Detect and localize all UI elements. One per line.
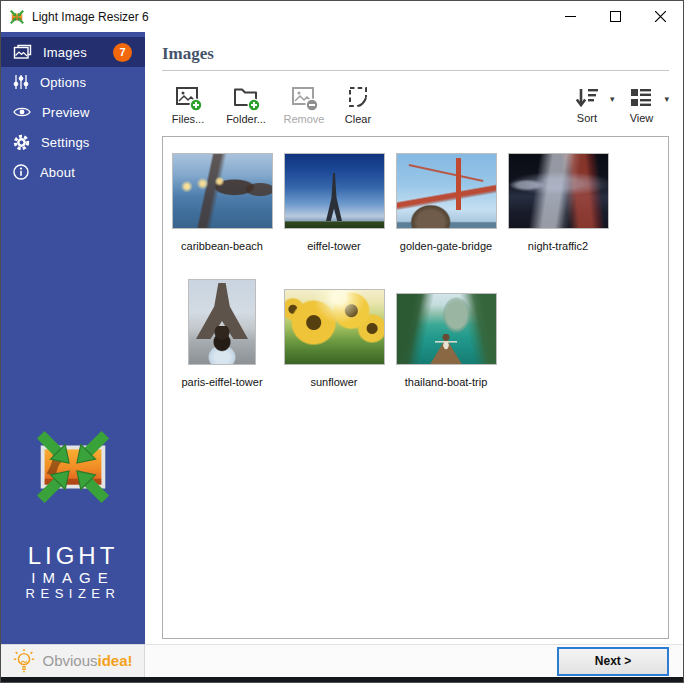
sidebar-item-settings[interactable]: Settings xyxy=(1,127,145,157)
sort-caret-icon[interactable]: ▾ xyxy=(610,94,615,104)
minimize-button[interactable] xyxy=(548,1,593,32)
logo-text-resizer: RESIZER xyxy=(1,586,145,602)
thumbnail-night-traffic2[interactable]: night-traffic2 xyxy=(502,153,614,252)
sidebar-item-preview[interactable]: Preview xyxy=(1,97,145,127)
close-icon xyxy=(655,11,666,22)
sidebar-item-images[interactable]: Images 7 xyxy=(1,37,145,67)
add-folder-icon xyxy=(231,84,261,112)
add-image-icon xyxy=(173,84,203,112)
toolbar: Files... Folder... xyxy=(162,71,669,136)
image-list-panel: caribbean-beach eiffel-tower golden-gate… xyxy=(162,136,669,639)
obviousidea-link[interactable]: Obviousidea! xyxy=(1,644,145,677)
thumbnail-label: night-traffic2 xyxy=(528,240,588,252)
page-title: Images xyxy=(162,44,669,64)
thumbnail-label: caribbean-beach xyxy=(181,240,263,252)
thumbnail-row: caribbean-beach eiffel-tower golden-gate… xyxy=(166,153,668,252)
remove-label: Remove xyxy=(284,113,325,125)
thumbnail-caribbean-beach[interactable]: caribbean-beach xyxy=(166,153,278,252)
sliders-icon xyxy=(13,74,29,90)
eye-icon xyxy=(13,106,31,118)
sidebar-nav: Images 7 Options xyxy=(1,32,145,187)
remove-button: Remove xyxy=(280,84,328,125)
remove-image-icon xyxy=(289,84,319,112)
clear-button[interactable]: Clear xyxy=(338,84,378,125)
main-area: Images Files... xyxy=(145,32,683,677)
sidebar-item-options[interactable]: Options xyxy=(1,67,145,97)
sidebar-item-label: About xyxy=(40,165,75,180)
thumbnail-label: thailand-boat-trip xyxy=(405,376,488,388)
sidebar: Images 7 Options xyxy=(1,32,145,677)
close-button[interactable] xyxy=(638,1,683,32)
thumbnail-label: eiffel-tower xyxy=(307,240,361,252)
window-title: Light Image Resizer 6 xyxy=(32,10,548,24)
thumbnail-golden-gate-bridge[interactable]: golden-gate-bridge xyxy=(390,153,502,252)
add-folder-label: Folder... xyxy=(226,113,266,125)
app-branding: LIGHT IMAGE RESIZER xyxy=(1,423,145,644)
thumbnail-paris-eiffel-tower[interactable]: paris-eiffel-tower xyxy=(166,279,278,388)
clear-selection-icon xyxy=(346,84,370,112)
add-files-label: Files... xyxy=(172,113,204,125)
window-content: Images 7 Options xyxy=(1,32,683,677)
sidebar-item-label: Preview xyxy=(42,105,90,120)
clear-label: Clear xyxy=(345,113,371,125)
thumbnail-image xyxy=(508,153,609,229)
minimize-icon xyxy=(565,11,576,22)
thumbnail-image xyxy=(284,153,385,229)
view-dropdown[interactable]: View ▾ xyxy=(622,84,669,124)
view-label: View xyxy=(630,112,654,124)
brand-text-orange: idea! xyxy=(98,652,133,669)
sort-icon xyxy=(574,84,600,112)
images-icon xyxy=(13,44,32,60)
sort-label: Sort xyxy=(577,112,597,124)
thumbnail-image xyxy=(396,293,497,365)
sidebar-item-label: Images xyxy=(43,45,87,60)
thumbnail-thailand-boat-trip[interactable]: thailand-boat-trip xyxy=(390,293,502,388)
add-folder-button[interactable]: Folder... xyxy=(222,84,270,125)
thumbnail-label: paris-eiffel-tower xyxy=(181,376,262,388)
sidebar-item-label: Settings xyxy=(41,135,90,150)
logo-text-image: IMAGE xyxy=(1,569,145,586)
lightbulb-icon xyxy=(12,648,36,674)
thumbnail-image xyxy=(284,289,385,365)
thumbnail-image xyxy=(396,153,497,229)
thumbnail-label: golden-gate-bridge xyxy=(400,240,492,252)
info-icon xyxy=(13,164,29,180)
thumbnail-eiffel-tower[interactable]: eiffel-tower xyxy=(278,153,390,252)
sidebar-item-about[interactable]: About xyxy=(1,157,145,187)
thumbnail-sunflower[interactable]: sunflower xyxy=(278,289,390,388)
resizer-logo-icon xyxy=(29,423,117,511)
view-caret-icon[interactable]: ▾ xyxy=(664,94,669,104)
app-window: Light Image Resizer 6 Images 7 xyxy=(0,0,684,683)
add-files-button[interactable]: Files... xyxy=(164,84,212,125)
thumbnail-label: sunflower xyxy=(310,376,357,388)
app-logo-icon xyxy=(9,9,25,25)
thumbnail-image xyxy=(172,153,273,229)
bottom-action-bar: Next > xyxy=(145,644,683,677)
sidebar-item-label: Options xyxy=(40,75,86,90)
view-icon xyxy=(628,84,654,112)
next-button[interactable]: Next > xyxy=(557,647,669,676)
titlebar: Light Image Resizer 6 xyxy=(1,1,683,32)
thumbnail-row: paris-eiffel-tower sunflower thailand-bo… xyxy=(166,279,668,388)
thumbnail-image xyxy=(188,279,256,365)
maximize-button[interactable] xyxy=(593,1,638,32)
maximize-icon xyxy=(610,11,621,22)
image-count-badge: 7 xyxy=(113,43,132,62)
logo-text-light: LIGHT xyxy=(1,543,145,569)
brand-text-gray: Obvious xyxy=(42,652,97,669)
gear-icon xyxy=(13,134,30,151)
window-bottom-edge xyxy=(1,677,683,682)
sort-dropdown[interactable]: Sort ▾ xyxy=(568,84,615,124)
